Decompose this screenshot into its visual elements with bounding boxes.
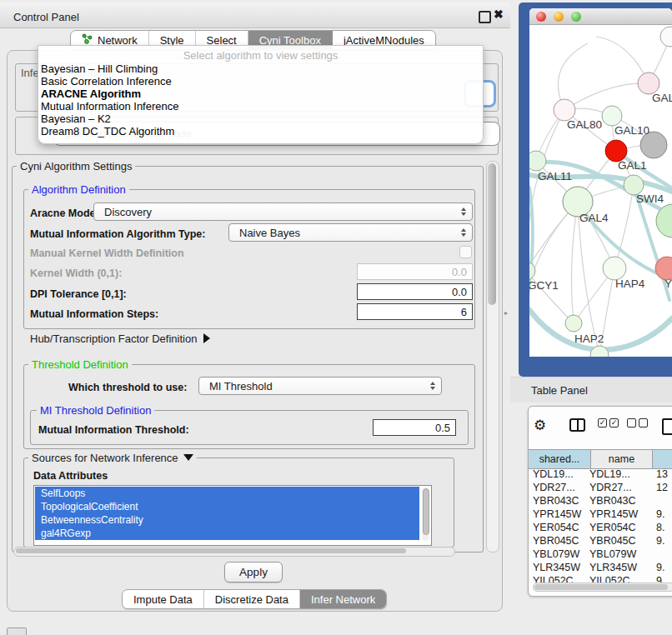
table-row[interactable]: YBR045CYBR045C9. bbox=[529, 534, 672, 548]
list-item-selfloops[interactable]: SelfLoops bbox=[35, 487, 419, 500]
network-canvas[interactable]: GAL GAL80 GAL10 GAL1 GAL11 SWI4 GAL4 GCY… bbox=[529, 25, 672, 357]
algorithm-dropdown-placeholder: Select algorithm to view settings bbox=[38, 49, 483, 62]
algorithm-option-basic-correlation[interactable]: Basic Correlation Inference bbox=[38, 75, 485, 88]
list-item-gal4rgexp[interactable]: gal4RGexp bbox=[35, 527, 419, 540]
mi-algorithm-type-value: Naive Bayes bbox=[239, 227, 300, 239]
cyni-algorithm-settings-title: Cyni Algorithm Settings bbox=[17, 160, 135, 172]
table-row[interactable]: YER054CYER054C8. bbox=[529, 521, 672, 534]
control-panel-title: Control Panel bbox=[13, 11, 79, 23]
tab-impute-data[interactable]: Impute Data bbox=[123, 590, 204, 608]
network-node-gcy1[interactable] bbox=[529, 262, 535, 280]
data-attributes-list[interactable]: SelfLoops TopologicalCoefficient Between… bbox=[33, 485, 432, 546]
node-label: GAL80 bbox=[567, 118, 602, 131]
mi-steps-field[interactable]: 6 bbox=[357, 303, 473, 320]
table-header: shared... name bbox=[529, 449, 672, 469]
dpi-tolerance-field[interactable]: 0.0 bbox=[357, 283, 473, 300]
apply-button[interactable]: Apply bbox=[224, 562, 283, 582]
tab-discretize-data[interactable]: Discretize Data bbox=[204, 590, 300, 608]
scrollbar-thumb[interactable] bbox=[423, 488, 429, 535]
threshold-definition-title: Threshold Definition bbox=[28, 358, 132, 371]
combo-spinner-icon bbox=[430, 382, 435, 390]
collapse-arrow-icon[interactable] bbox=[183, 454, 193, 461]
close-panel-icon[interactable]: ✖ bbox=[494, 8, 504, 21]
combo-spinner-icon bbox=[461, 208, 466, 216]
network-node-hap4[interactable] bbox=[603, 257, 626, 280]
aracne-mode-label: Aracne Mode: bbox=[30, 208, 99, 219]
list-item-betweennesscentrality[interactable]: BetweennessCentrality bbox=[35, 513, 419, 527]
manual-kernel-width-checkbox[interactable] bbox=[459, 246, 472, 258]
algorithm-option-bayesian-hill[interactable]: Bayesian – Hill Climbing bbox=[38, 62, 485, 75]
select-all-checkboxes-icon[interactable]: ✓✓ bbox=[598, 418, 619, 428]
splitter-handle-icon[interactable]: ▸ bbox=[504, 309, 508, 317]
algorithm-option-mutual-information[interactable]: Mutual Information Inference bbox=[38, 100, 485, 112]
table-panel-title: Table Panel bbox=[531, 384, 588, 397]
kernel-width-label: Kernel Width (0,1): bbox=[30, 268, 122, 279]
sources-group-title[interactable]: Sources for Network Inference bbox=[28, 452, 197, 464]
algorithm-option-dream8[interactable]: Dream8 DC_TDC Algorithm bbox=[38, 125, 485, 138]
node-label: Y bbox=[664, 278, 672, 290]
table-row[interactable]: YBL079WYBL079W bbox=[529, 548, 672, 561]
scrollbar-thumb[interactable] bbox=[488, 163, 496, 305]
float-panel-icon[interactable] bbox=[479, 11, 491, 23]
dpi-tolerance-label: DPI Tolerance [0,1]: bbox=[30, 288, 127, 300]
screen: Control Panel ✖ Network Style Select bbox=[0, 0, 672, 635]
table-row[interactable]: YPR145WYPR145W9. bbox=[529, 508, 672, 521]
expand-arrow-icon[interactable] bbox=[203, 333, 210, 343]
mi-threshold-group-title: MI Threshold Definition bbox=[37, 404, 154, 417]
manual-kernel-width-label: Manual Kernel Width Definition bbox=[30, 248, 184, 259]
algorithm-option-bayesian-k2[interactable]: Bayesian – K2 bbox=[38, 112, 485, 125]
tab-infer-network[interactable]: Infer Network bbox=[300, 590, 386, 608]
table-panel-titlebar: Table Panel bbox=[510, 377, 672, 402]
settings-horizontal-scrollbar[interactable] bbox=[13, 547, 455, 557]
algorithm-definition-title: Algorithm Definition bbox=[28, 183, 129, 196]
which-threshold-value: MI Threshold bbox=[209, 380, 273, 392]
table-row[interactable]: YDR27...YDR27...12 bbox=[529, 481, 672, 494]
zoom-window-icon[interactable] bbox=[571, 12, 581, 22]
mi-threshold-field[interactable]: 0.5 bbox=[373, 419, 456, 436]
network-window-titlebar[interactable] bbox=[529, 8, 672, 25]
table-row[interactable]: YBR043CYBR043C bbox=[529, 494, 672, 508]
scrollbar-thumb[interactable] bbox=[534, 584, 668, 590]
list-item-topologicalcoefficient[interactable]: TopologicalCoefficient bbox=[35, 500, 419, 513]
node-label: GCY1 bbox=[529, 279, 559, 292]
node-label: GAL10 bbox=[614, 124, 649, 137]
node-label: HAP4 bbox=[615, 278, 645, 290]
table-row[interactable]: YLR345WYLR345W9. bbox=[529, 561, 672, 574]
gear-icon[interactable]: ⚙ bbox=[534, 418, 546, 432]
combo-spinner-icon bbox=[461, 228, 466, 237]
mi-algorithm-type-label: Mutual Information Algorithm Type: bbox=[30, 228, 205, 240]
algorithm-dropdown-popup: Select algorithm to view settings Bayesi… bbox=[38, 45, 484, 144]
table-horizontal-scrollbar[interactable] bbox=[533, 582, 672, 592]
mi-steps-label: Mutual Information Steps: bbox=[30, 308, 158, 320]
network-node-gal11[interactable] bbox=[529, 151, 546, 171]
network-node[interactable] bbox=[660, 27, 672, 47]
aracne-mode-combo[interactable]: Discovery bbox=[93, 202, 473, 221]
list-vertical-scrollbar[interactable] bbox=[422, 488, 429, 541]
algorithm-option-aracne[interactable]: ARACNE Algorithm bbox=[38, 88, 485, 100]
mi-algorithm-type-combo[interactable]: Naive Bayes bbox=[228, 223, 473, 242]
mi-threshold-label: Mutual Information Threshold: bbox=[38, 424, 189, 436]
hub-tf-definition-label: Hub/Transcription Factor Definition bbox=[30, 332, 197, 345]
minimize-window-icon[interactable] bbox=[554, 12, 564, 22]
hub-tf-definition-row[interactable]: Hub/Transcription Factor Definition bbox=[30, 332, 210, 345]
table-row[interactable]: YDL19...YDL19...13 bbox=[529, 468, 672, 481]
control-panel-titlebar: Control Panel ✖ bbox=[0, 2, 510, 28]
aracne-mode-value: Discovery bbox=[104, 206, 152, 218]
close-window-icon[interactable] bbox=[536, 12, 546, 22]
column-header-shared-name[interactable]: shared... bbox=[529, 450, 591, 468]
node-label: GAL4 bbox=[579, 212, 609, 224]
network-node-gal10[interactable] bbox=[602, 106, 622, 126]
collapsed-panel-button[interactable] bbox=[7, 628, 27, 635]
settings-vertical-scrollbar[interactable] bbox=[486, 161, 499, 552]
node-label: GAL1 bbox=[618, 159, 647, 172]
deselect-all-checkboxes-icon[interactable] bbox=[627, 418, 648, 428]
table-row[interactable]: YIL052CYIL052C9 bbox=[529, 574, 672, 582]
scrollbar-thumb[interactable] bbox=[16, 548, 406, 553]
split-view-icon[interactable] bbox=[569, 418, 585, 432]
network-node-hap2[interactable] bbox=[565, 315, 582, 332]
column-header-partial[interactable] bbox=[653, 450, 672, 468]
document-icon[interactable] bbox=[662, 418, 672, 435]
which-threshold-combo[interactable]: MI Threshold bbox=[198, 377, 442, 395]
column-header-name[interactable]: name bbox=[591, 450, 653, 468]
kernel-width-field[interactable]: 0.0 bbox=[357, 263, 473, 280]
